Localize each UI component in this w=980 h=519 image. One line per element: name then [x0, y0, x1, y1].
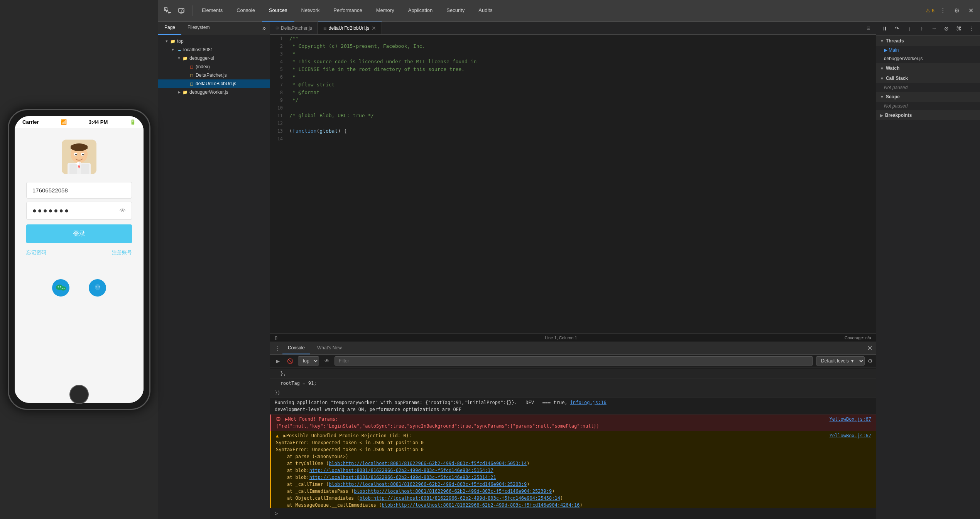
- login-button[interactable]: 登录: [26, 224, 132, 243]
- code-format-indicator[interactable]: {}: [275, 335, 277, 340]
- console-levels-select[interactable]: Default levels ▼: [816, 356, 865, 366]
- code-tab-deltaurltobloburl[interactable]: ⊞ deltaUrlToBlobUrl.js ✕: [318, 22, 382, 34]
- tab-performance[interactable]: Performance: [326, 0, 369, 22]
- toolbar-right: ⚠ 6 ⋮ ⚙ ✕: [926, 5, 976, 16]
- console-close-button[interactable]: ✕: [867, 344, 873, 352]
- debug-step-out-btn[interactable]: ↑: [917, 24, 926, 33]
- password-input[interactable]: ●●●●●●● 👁: [26, 202, 132, 220]
- debug-step-btn[interactable]: →: [929, 24, 939, 33]
- tree-item-localhost[interactable]: ▼ ☁ localhost:8081: [158, 45, 270, 54]
- tab-elements[interactable]: Elements: [195, 0, 230, 22]
- device-toggle-icon[interactable]: [176, 5, 187, 16]
- thread-debuggerworker[interactable]: debuggerWorker.js: [876, 54, 980, 63]
- code-line-7: 7 * @flow strict: [270, 81, 876, 89]
- close-devtools-icon[interactable]: ✕: [965, 5, 976, 16]
- yellowbox-link-2[interactable]: YellowBox.js:67: [830, 432, 871, 439]
- password-visibility-toggle[interactable]: 👁: [120, 207, 126, 214]
- console-context-select[interactable]: top: [298, 356, 319, 366]
- debug-pause-btn[interactable]: ⏸: [880, 24, 889, 33]
- watch-section-header[interactable]: ▼ Watch: [876, 63, 980, 73]
- infolog-link[interactable]: infoLog.js:16: [570, 400, 607, 405]
- tab-audits[interactable]: Audits: [471, 0, 499, 22]
- tree-item-top[interactable]: ▼ 📁 top: [158, 37, 270, 45]
- phone-home-button[interactable]: [69, 385, 89, 404]
- console-clear-icon[interactable]: 🚫: [286, 356, 295, 366]
- inspect-element-icon[interactable]: [162, 5, 173, 16]
- debug-step-into-btn[interactable]: ↓: [905, 24, 914, 33]
- tab-file-icon-deltapatcher: ⊞: [275, 26, 279, 30]
- thread-main[interactable]: Main: [876, 46, 980, 54]
- blob-link-1[interactable]: blob:http://localhost:8081/81622966-62b2…: [329, 461, 527, 466]
- code-editor[interactable]: 1 /** 2 * Copyright (c) 2015-present, Fa…: [270, 35, 876, 334]
- console-output[interactable]: }, rootTag = 91; }) Running application …: [270, 367, 876, 508]
- callstack-section-header[interactable]: ▼ Call Stack: [876, 73, 980, 83]
- file-tree-tab-filesystem[interactable]: Filesystem: [181, 22, 216, 35]
- tab-application[interactable]: Application: [401, 0, 440, 22]
- blob-link-5[interactable]: blob:http://localhost:8081/81622966-62b2…: [354, 489, 552, 494]
- tree-item-debugger-ui[interactable]: ▼ 📁 debugger-ui: [158, 54, 270, 62]
- wechat-icon[interactable]: [52, 279, 69, 297]
- debug-deactivate-btn[interactable]: ⊘: [942, 24, 951, 33]
- blob-link-2[interactable]: http://localhost:8081/81622966-62b2-499d…: [309, 468, 493, 473]
- qq-icon[interactable]: [89, 279, 106, 297]
- tab-console[interactable]: Console: [230, 0, 262, 22]
- debug-more-btn[interactable]: ⋮: [966, 24, 976, 33]
- register-link[interactable]: 注册账号: [112, 249, 132, 256]
- breakpoints-section-header[interactable]: ▶ Breakpoints: [876, 110, 980, 120]
- svg-rect-30: [180, 13, 182, 13]
- warning-triangle-icon: ⚠: [926, 8, 930, 13]
- forgot-password-link[interactable]: 忘记密码: [26, 249, 46, 256]
- debug-step-over-btn[interactable]: ↷: [892, 24, 902, 33]
- tree-item-deltaurltobloburl[interactable]: ▶ ◻ deltaUrlToBlobUrl.js: [158, 79, 270, 88]
- tree-item-index[interactable]: ▶ ◻ (index): [158, 62, 270, 71]
- tab-network[interactable]: Network: [294, 0, 327, 22]
- console-tabs: ⋮ Console What's New ✕: [270, 342, 876, 355]
- code-line-11: 11 /* global Blob, URL: true */: [270, 112, 876, 120]
- code-line-10: 10: [270, 104, 876, 112]
- error-circle-icon: ⓷: [276, 416, 280, 422]
- console-input[interactable]: [281, 511, 871, 516]
- code-tab-deltapatcher[interactable]: ⊞ DeltaPatcher.js: [270, 22, 318, 34]
- tab-security[interactable]: Security: [439, 0, 471, 22]
- blob-link-3[interactable]: http://localhost:8081/81622966-62b2-499d…: [309, 475, 496, 480]
- tree-label-localhost: localhost:8081: [183, 47, 213, 52]
- console-eye-icon[interactable]: 👁: [322, 356, 331, 366]
- console-settings-icon[interactable]: ⚙: [868, 358, 873, 364]
- phone-device: Carrier 📶 3:44 PM 🔋: [8, 109, 150, 410]
- format-view-toggle[interactable]: ⊟: [861, 22, 876, 34]
- phone-screen: Carrier 📶 3:44 PM 🔋: [15, 116, 144, 403]
- svg-point-17: [60, 286, 61, 287]
- file-tree-more-icon[interactable]: »: [259, 22, 270, 35]
- tree-item-debuggerworker[interactable]: ▶ 📁 debuggerWorker.js: [158, 88, 270, 96]
- scope-label: Scope: [886, 94, 900, 99]
- console-tab-whatsnew[interactable]: What's New: [312, 342, 347, 354]
- code-line-4: 4 * This source code is licensed under t…: [270, 58, 876, 66]
- code-tab-close-deltaurltobloburl[interactable]: ✕: [372, 25, 376, 31]
- blob-link-4[interactable]: blob:http://localhost:8081/81622966-62b2…: [329, 482, 527, 487]
- file-icon-deltapatcher: ◻: [189, 72, 194, 78]
- phone-number-input[interactable]: 17606522058: [26, 182, 132, 199]
- console-execute-icon[interactable]: ▶: [273, 356, 282, 366]
- file-tree-tab-page[interactable]: Page: [158, 22, 181, 35]
- settings-icon[interactable]: ⚙: [951, 5, 962, 16]
- phone-status-bar: Carrier 📶 3:44 PM 🔋: [15, 116, 144, 128]
- more-options-icon[interactable]: ⋮: [938, 5, 948, 16]
- scope-section-header[interactable]: ▼ Scope: [876, 92, 980, 102]
- battery-icon: 🔋: [130, 119, 136, 125]
- console-tabs-more-icon[interactable]: ⋮: [275, 345, 281, 352]
- console-line-running: Running application "temporaryworker" wi…: [270, 398, 876, 415]
- tree-item-deltapatcher[interactable]: ▶ ◻ DeltaPatcher.js: [158, 71, 270, 79]
- sources-and-debugger: Page Filesystem » ▼ 📁 top ▼ ☁ loca: [158, 22, 980, 519]
- threads-section-header[interactable]: ▼ Threads: [876, 36, 980, 46]
- console-tab-console[interactable]: Console: [282, 342, 310, 354]
- console-filter-input[interactable]: [335, 356, 813, 366]
- file-icon-deltaurltobloburl: ◻: [189, 81, 194, 86]
- file-tree-tabs: Page Filesystem »: [158, 22, 270, 35]
- tab-sources[interactable]: Sources: [262, 0, 294, 22]
- blob-link-7[interactable]: blob:http://localhost:8081/81622966-62b2…: [382, 502, 580, 508]
- threads-section: ▼ Threads Main debuggerWorker.js: [876, 36, 980, 63]
- debug-async-btn[interactable]: ⌘: [954, 24, 963, 33]
- tab-memory[interactable]: Memory: [369, 0, 401, 22]
- blob-link-6[interactable]: blob:http://localhost:8081/81622966-62b2…: [360, 495, 560, 501]
- yellowbox-link-1[interactable]: YellowBox.js:67: [830, 416, 871, 423]
